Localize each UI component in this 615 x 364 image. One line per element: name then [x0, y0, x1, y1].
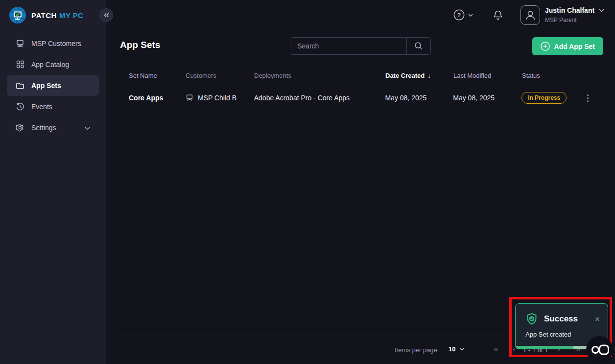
bell-icon: [493, 10, 503, 21]
pagination-first-button[interactable]: «: [494, 344, 498, 354]
toast-close-icon[interactable]: ×: [595, 315, 600, 323]
sidebar-item-label: App Catalog: [31, 61, 69, 68]
items-per-page-label: Items per page:: [395, 346, 439, 354]
brand-secondary: MY PC: [59, 11, 84, 20]
search-button[interactable]: [406, 38, 430, 54]
search-input[interactable]: [290, 38, 406, 54]
avatar[interactable]: [520, 5, 540, 25]
gear-icon: [16, 123, 24, 132]
column-header-label: Date Created: [385, 72, 425, 79]
user-icon: [524, 9, 536, 21]
search-icon: [414, 42, 423, 50]
cell-deployments: Adobe Acrobat Pro - Core Apps: [254, 94, 385, 102]
status-badge: In Progress: [521, 92, 567, 104]
toast-title: Success: [544, 314, 578, 324]
sidebar-collapse-button[interactable]: [99, 8, 113, 22]
sidebar-item-label: Settings: [31, 124, 56, 132]
history-icon: [16, 102, 24, 111]
table-row[interactable]: Core Apps MSP Child B Adobe Acrobat Pro …: [120, 84, 597, 112]
folder-icon: [16, 81, 24, 90]
column-header-deployments[interactable]: Deployments: [254, 72, 385, 79]
notifications-button[interactable]: [493, 10, 503, 23]
chevron-down-icon: [85, 124, 90, 132]
shield-check-icon: [525, 313, 538, 325]
row-actions-kebab-icon[interactable]: [585, 92, 591, 104]
grid-icon: [16, 60, 24, 69]
help-icon: ?: [453, 9, 465, 21]
sidebar-nav: MSP Customers App Catalog App Sets: [0, 33, 106, 138]
help-menu[interactable]: ?: [453, 9, 473, 21]
brand-logo: PATCHMY PC: [0, 0, 106, 24]
table-header-row: Set Name Customers Deployments Date Crea…: [120, 67, 597, 84]
sidebar-item-app-sets[interactable]: App Sets: [7, 75, 99, 96]
column-header-customers[interactable]: Customers: [186, 72, 254, 79]
brand-primary: PATCH: [31, 11, 57, 20]
sidebar-item-label: Events: [31, 103, 52, 111]
sidebar: PATCHMY PC MSP Customers App Catalog: [0, 0, 106, 364]
cell-last-modified: May 08, 2025: [453, 94, 521, 102]
sort-descending-icon: ↓: [427, 72, 431, 79]
cell-date-created: May 08, 2025: [385, 94, 453, 102]
toast-message: App Set created: [525, 331, 598, 338]
items-per-page-select[interactable]: 10: [449, 345, 465, 353]
sidebar-item-msp-customers[interactable]: MSP Customers: [0, 33, 106, 54]
chevrons-left-icon: [104, 13, 109, 18]
add-app-set-button[interactable]: Add App Set: [532, 37, 603, 55]
cell-customer-label: MSP Child B: [198, 94, 237, 102]
plus-circle-icon: [541, 42, 550, 51]
brand-text: PATCHMY PC: [31, 11, 84, 20]
page-title: App Sets: [120, 40, 160, 50]
add-app-set-label: Add App Set: [554, 43, 595, 50]
items-per-page-value: 10: [449, 345, 455, 353]
recorder-badge: [586, 336, 613, 363]
user-menu[interactable]: Justin Chalfant MSP Parent: [545, 6, 604, 23]
column-header-set-name[interactable]: Set Name: [129, 72, 186, 79]
chevron-down-icon: [459, 347, 465, 351]
cell-set-name: Core Apps: [129, 94, 186, 102]
sidebar-item-label: MSP Customers: [31, 40, 81, 47]
chevron-down-icon: [468, 14, 473, 17]
recorder-co-icon: [591, 343, 609, 357]
chevron-down-icon: [599, 9, 604, 12]
user-name: Justin Chalfant: [545, 6, 594, 14]
network-computer-icon: [186, 94, 193, 102]
column-header-date-created[interactable]: Date Created ↓: [385, 72, 453, 79]
column-header-status[interactable]: Status: [522, 72, 586, 79]
svg-text:?: ?: [457, 12, 461, 19]
column-header-last-modified[interactable]: Last Modified: [453, 72, 522, 79]
toast-progress-fill: [516, 346, 573, 349]
cell-customer: MSP Child B: [186, 94, 254, 102]
network-computer-icon: [16, 39, 24, 48]
sidebar-item-app-catalog[interactable]: App Catalog: [0, 54, 106, 75]
sidebar-item-events[interactable]: Events: [0, 96, 106, 117]
sidebar-item-settings[interactable]: Settings: [0, 117, 106, 138]
sidebar-item-label: App Sets: [31, 82, 61, 90]
patch-my-pc-logo-icon: [9, 6, 26, 24]
user-role: MSP Parent: [545, 17, 604, 23]
search-box: [290, 37, 431, 55]
app-sets-table: Set Name Customers Deployments Date Crea…: [120, 67, 597, 112]
